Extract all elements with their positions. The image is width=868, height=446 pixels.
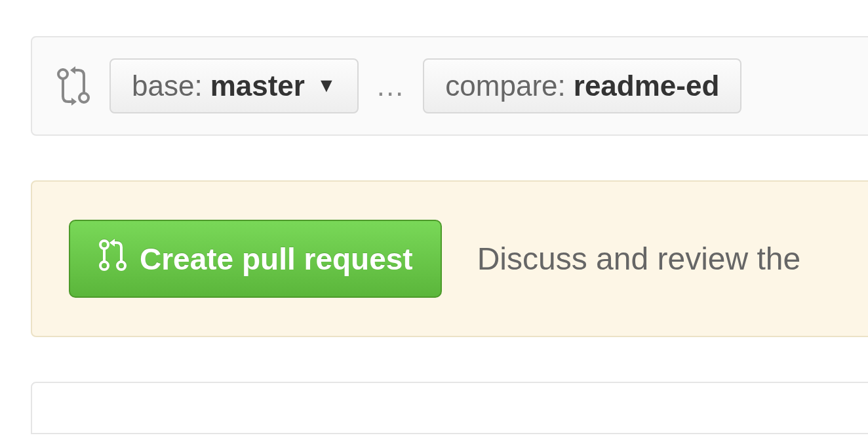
- base-branch-select[interactable]: base: master ▼: [109, 58, 359, 113]
- create-pr-panel: Create pull request Discuss and review t…: [31, 180, 868, 337]
- compare-branch-select[interactable]: compare: readme-ed: [423, 58, 741, 113]
- base-branch-name: master: [210, 71, 305, 100]
- create-pull-request-button[interactable]: Create pull request: [69, 220, 442, 298]
- git-pull-request-icon: [98, 238, 128, 279]
- git-compare-icon: [56, 66, 91, 106]
- caret-down-icon: ▼: [317, 75, 336, 95]
- svg-point-0: [58, 70, 68, 79]
- lower-panel: [31, 382, 868, 434]
- compare-branch-name: readme-ed: [574, 71, 720, 100]
- svg-point-1: [79, 93, 89, 102]
- create-pr-button-label: Create pull request: [140, 241, 413, 277]
- create-pr-description: Discuss and review the: [477, 241, 801, 277]
- compare-bar: base: master ▼ ... compare: readme-ed: [31, 36, 868, 136]
- compare-prefix-label: compare:: [445, 71, 565, 100]
- base-prefix-label: base:: [132, 71, 203, 100]
- compare-separator: ...: [377, 70, 405, 102]
